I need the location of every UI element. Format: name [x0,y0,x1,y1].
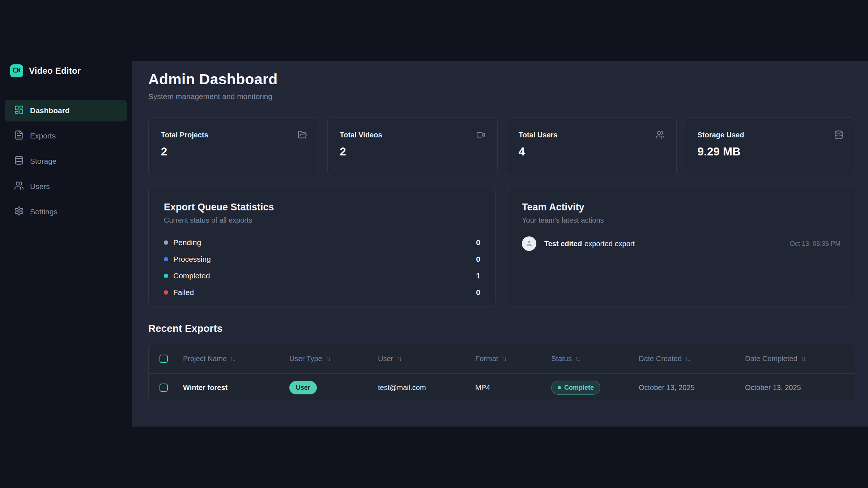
sidebar-item-label: Storage [30,157,57,166]
status-dot-completed [164,274,168,278]
sidebar-item-storage[interactable]: Storage [5,150,127,172]
sidebar-item-dashboard[interactable]: Dashboard [5,100,127,121]
stat-value: 2 [340,145,485,158]
app-logo [10,64,23,77]
sidebar-nav: Dashboard Exports Storage [0,100,132,223]
queue-value: 0 [476,255,480,264]
column-header-status[interactable]: Status ↑↓ [551,355,639,363]
column-header-user[interactable]: User ↑↓ [378,355,475,363]
sidebar-item-settings[interactable]: Settings [5,201,127,223]
activity-timestamp: Oct 13, 06:36 PM [790,240,841,248]
page-subtitle: System management and monitoring [148,92,855,101]
status-complete-badge: Complete [551,381,600,395]
sidebar: Video Editor Dashboard Exports [0,0,132,488]
video-camera-icon [13,66,21,76]
person-icon [525,239,533,249]
stats-row: Total Projects 2 Total Videos 2 Total Us… [148,117,855,176]
sort-arrows-icon: ↑↓ [685,355,690,363]
column-label: User [378,355,393,363]
file-text-icon [14,130,24,142]
column-label: Status [551,355,572,363]
export-queue-title: Export Queue Statistics [164,202,480,213]
sidebar-item-label: Settings [30,207,58,216]
cell-date-completed: October 13, 2025 [745,384,855,392]
stat-label: Total Videos [340,131,485,139]
database-icon [14,155,24,167]
cell-status: Complete [551,381,639,395]
team-activity-card: Team Activity Your team's latest actions… [507,187,855,307]
column-header-user-type[interactable]: User Type ↑↓ [289,355,378,363]
queue-label: Completed [173,271,210,280]
sidebar-item-users[interactable]: Users [5,176,127,197]
recent-exports-table: Project Name ↑↓ User Type ↑↓ User ↑↓ For… [148,344,855,402]
header-checkbox-cell [149,355,183,363]
row-checkbox[interactable] [159,384,168,392]
folder-open-icon [298,130,307,141]
sidebar-item-exports[interactable]: Exports [5,125,127,147]
sort-arrows-icon: ↑↓ [501,355,506,363]
queue-row-pending: Pending 0 [164,234,480,251]
column-label: Format [475,355,498,363]
cell-project-name: Winter forest [183,384,289,392]
queue-value: 1 [476,271,480,280]
column-label: Date Created [639,355,682,363]
avatar [522,236,536,251]
sidebar-item-label: Dashboard [30,106,70,115]
column-header-format[interactable]: Format ↑↓ [475,355,551,363]
row-checkbox-cell [149,384,183,392]
main-panel: Admin Dashboard System management and mo… [132,61,868,427]
mid-row: Export Queue Statistics Current status o… [148,187,855,307]
stat-card-total-videos: Total Videos 2 [327,117,498,176]
select-all-checkbox[interactable] [159,355,168,363]
stat-value: 2 [161,145,306,158]
sort-arrows-icon: ↑↓ [396,355,401,363]
gear-icon [14,206,24,218]
column-label: User Type [289,355,322,363]
team-activity-title: Team Activity [522,202,841,213]
export-queue-subtitle: Current status of all exports [164,216,480,224]
cell-date-created: October 13, 2025 [639,384,745,392]
page-title: Admin Dashboard [148,71,855,88]
stat-card-storage-used: Storage Used 9.29 MB [685,117,856,176]
column-label: Date Completed [745,355,797,363]
queue-label: Failed [173,288,194,297]
video-camera-icon [476,130,486,141]
queue-row-completed: Completed 1 [164,267,480,284]
stat-label: Storage Used [698,131,843,139]
cell-format: MP4 [475,384,551,392]
status-dot-processing [164,257,168,261]
export-queue-list: Pending 0 Processing 0 Completed 1 Faile… [164,234,480,301]
queue-label: Pending [173,238,201,247]
sort-arrows-icon: ↑↓ [575,355,580,363]
sidebar-item-label: Users [30,182,50,191]
users-icon [14,181,24,192]
app-logo-row: Video Editor [0,0,132,77]
queue-row-failed: Failed 0 [164,284,480,301]
export-queue-card: Export Queue Statistics Current status o… [148,187,496,307]
column-header-project-name[interactable]: Project Name ↑↓ [183,355,289,363]
sort-arrows-icon: ↑↓ [230,355,235,363]
stat-card-total-projects: Total Projects 2 [148,117,319,176]
cell-user-email: test@mail.com [378,384,475,392]
table-header-row: Project Name ↑↓ User Type ↑↓ User ↑↓ For… [149,344,855,374]
user-type-badge: User [289,381,317,394]
stat-value: 9.29 MB [698,145,843,158]
activity-text: Test edited exported export [544,240,635,248]
status-label: Complete [564,384,594,391]
status-dot-failed [164,290,168,295]
column-header-date-completed[interactable]: Date Completed ↑↓ [745,355,855,363]
status-dot-complete-icon [558,386,561,389]
column-header-date-created[interactable]: Date Created ↑↓ [639,355,745,363]
sort-arrows-icon: ↑↓ [326,355,330,363]
dashboard-grid-icon [14,105,24,116]
queue-row-processing: Processing 0 [164,251,480,267]
stat-label: Total Projects [161,131,306,139]
table-row[interactable]: Winter forest User test@mail.com MP4 Com… [149,374,855,402]
stat-card-total-users: Total Users 4 [506,117,677,176]
recent-exports-title: Recent Exports [148,323,855,334]
queue-label: Processing [173,255,211,264]
stat-value: 4 [519,145,664,158]
queue-value: 0 [476,288,480,297]
activity-action: exported export [584,240,635,248]
sort-arrows-icon: ↑↓ [801,355,805,363]
